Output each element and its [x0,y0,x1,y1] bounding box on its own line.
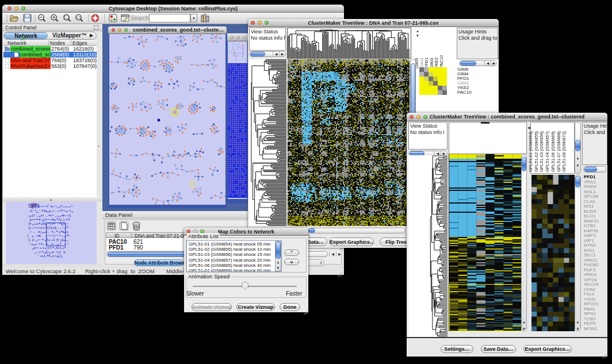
svg-text:1:1: 1:1 [76,16,81,19]
